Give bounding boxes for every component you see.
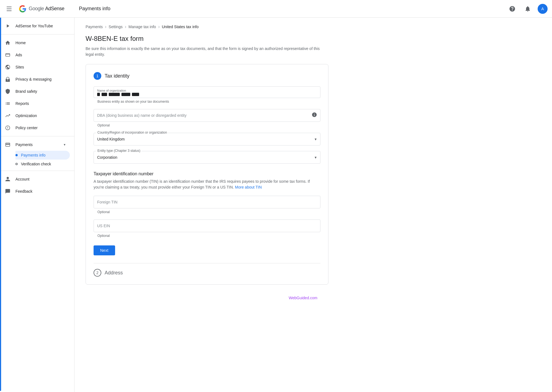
us-ein-input[interactable] (94, 219, 320, 232)
policy-icon (4, 125, 11, 131)
sidebar-item-privacy[interactable]: Privacy & messaging (0, 73, 70, 85)
breadcrumb-current: United States tax info (162, 25, 198, 29)
dba-helper: Optional (94, 123, 320, 127)
org-name-group: Name of organization Business entity as … (94, 86, 320, 104)
menu-button[interactable] (4, 3, 15, 14)
section2-title: Address (105, 270, 123, 276)
avatar[interactable]: A (538, 4, 548, 14)
redact-5 (132, 93, 139, 96)
org-name-redacted (97, 93, 317, 96)
tin-link[interactable]: More about TIN (235, 185, 262, 189)
topbar-left: Google AdSense (4, 3, 79, 14)
sidebar-item-optimization[interactable]: Optimization (0, 110, 70, 122)
help-button[interactable] (507, 3, 518, 14)
foreign-tin-input[interactable] (94, 196, 320, 208)
payments-submenu: Payments info Verification check (0, 151, 74, 168)
section1-header: 1 Tax identity (94, 72, 320, 80)
section2-header: 2 Address (94, 263, 320, 277)
entity-select-wrap: Corporation Partnership Trust/Estate Gov… (94, 151, 320, 164)
svg-rect-0 (6, 54, 10, 56)
entity-field: Entity type (Chapter 3 status) Corporati… (94, 151, 320, 164)
dba-field (94, 109, 320, 122)
tin-title: Taxpayer identification number (94, 171, 320, 176)
us-ein-field (94, 219, 320, 232)
sidebar-item-payments[interactable]: Payments ▾ (0, 139, 70, 151)
sidebar-divider-2 (0, 136, 74, 136)
sidebar-item-brand-safety[interactable]: Brand safety (0, 85, 70, 97)
country-label: Country/Region of incorporation or organ… (96, 131, 168, 134)
org-name-helper: Business entity as shown on your tax doc… (94, 100, 169, 104)
help-icon (509, 6, 516, 12)
play-icon (4, 23, 11, 29)
country-field: Country/Region of incorporation or organ… (94, 133, 320, 145)
page-description: Be sure this information is exactly the … (86, 46, 328, 57)
sep-2: › (125, 24, 126, 29)
sidebar-item-feedback[interactable]: Feedback (0, 185, 70, 197)
redact-1 (97, 93, 100, 96)
google-g-icon (19, 5, 26, 13)
sites-icon (4, 64, 11, 70)
entity-label: Entity type (Chapter 3 status) (96, 149, 141, 153)
breadcrumb-manage-tax[interactable]: Manage tax info (129, 25, 156, 29)
sidebar-subitem-payments-info[interactable]: Payments info (15, 151, 70, 160)
payments-chevron: ▾ (64, 143, 65, 147)
foreign-tin-field (94, 196, 320, 208)
account-icon (4, 176, 11, 182)
notifications-button[interactable] (522, 3, 533, 14)
active-dot (15, 154, 18, 156)
breadcrumb-settings[interactable]: Settings (109, 25, 123, 29)
sidebar-item-account[interactable]: Account (0, 173, 70, 185)
entity-select[interactable]: Corporation Partnership Trust/Estate Gov… (94, 151, 320, 164)
sidebar-divider-1 (0, 34, 74, 35)
foreign-tin-helper: Optional (94, 210, 320, 214)
country-select[interactable]: United Kingdom United States Canada Aust… (94, 133, 320, 145)
optimization-icon (4, 112, 11, 119)
breadcrumb-payments[interactable]: Payments (86, 25, 103, 29)
bell-icon (524, 6, 531, 12)
sidebar: AdSense for YouTube Home Ads Sites (0, 18, 75, 392)
topbar-title: Payments info (79, 6, 507, 12)
tin-description: A taxpayer identification number (TIN) i… (94, 179, 320, 190)
redact-4 (121, 93, 130, 96)
dba-info-icon[interactable] (312, 112, 317, 119)
layout: AdSense for YouTube Home Ads Sites (0, 18, 552, 392)
topbar: Google AdSense Payments info A (0, 0, 552, 18)
sidebar-item-ads[interactable]: Ads (0, 49, 70, 61)
country-select-wrap: United Kingdom United States Canada Aust… (94, 133, 320, 145)
section1-title: Tax identity (105, 73, 129, 79)
topbar-actions: A (507, 3, 548, 14)
main-content: Payments › Settings › Manage tax info › … (75, 18, 552, 392)
payments-info-label: Payments info (21, 153, 46, 157)
sidebar-item-home[interactable]: Home (0, 37, 70, 49)
privacy-icon (4, 76, 11, 83)
watermark: WebGuided.com (86, 291, 328, 302)
sidebar-item-sites[interactable]: Sites (0, 61, 70, 73)
active-bar (0, 18, 1, 391)
org-name-label: Name of organization (97, 89, 317, 92)
sep-1: › (105, 24, 106, 29)
page-title: W-8BEN-E tax form (86, 35, 328, 43)
verification-label: Verification check (21, 162, 51, 166)
inactive-dot (15, 163, 18, 165)
sidebar-item-adsense-youtube[interactable]: AdSense for YouTube (0, 20, 70, 32)
feedback-icon (4, 188, 11, 195)
brand-safety-icon (4, 88, 11, 95)
ads-icon (4, 52, 11, 58)
logo-text: Google AdSense (29, 6, 64, 12)
sidebar-subitem-verification[interactable]: Verification check (15, 160, 70, 168)
section1-number: 1 (94, 72, 101, 80)
breadcrumb: Payments › Settings › Manage tax info › … (86, 24, 328, 29)
payments-icon (4, 141, 11, 148)
dba-input[interactable] (94, 109, 320, 122)
sep-3: › (158, 24, 160, 29)
redact-3 (109, 93, 120, 96)
logo: Google AdSense (19, 5, 64, 13)
section2-number: 2 (94, 269, 101, 277)
redact-2 (102, 93, 107, 96)
next-button[interactable]: Next (94, 245, 115, 255)
hamburger-icon (7, 6, 13, 12)
sidebar-divider-3 (0, 171, 74, 171)
home-icon (4, 39, 11, 46)
sidebar-item-policy-center[interactable]: Policy center (0, 122, 70, 134)
sidebar-item-reports[interactable]: Reports (0, 97, 70, 110)
